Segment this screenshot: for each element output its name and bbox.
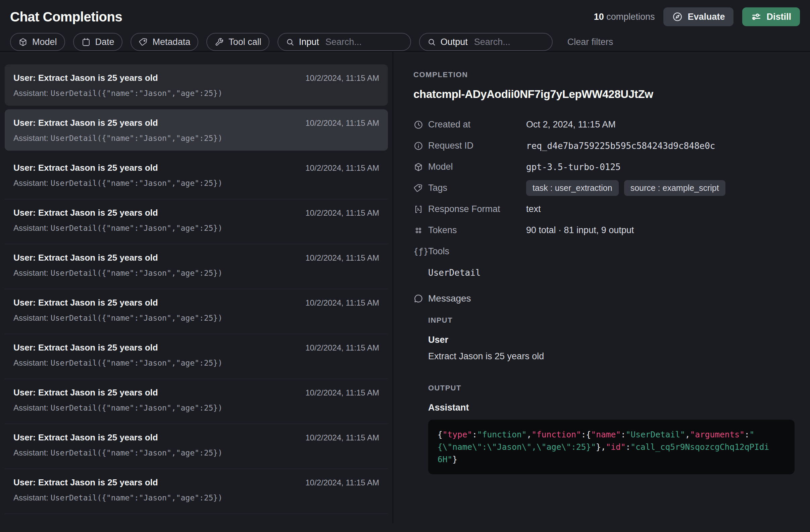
meta-row-tags: Tags task : user_extraction source : exa… — [414, 178, 795, 199]
messages-title: Messages — [428, 293, 471, 304]
row-timestamp: 10/2/2024, 11:15 AM — [305, 298, 379, 307]
input-message-text: Extract Jason is 25 years old — [428, 351, 795, 362]
row-user-text: User: Extract Jason is 25 years old — [13, 298, 158, 308]
row-user-text: User: Extract Jason is 25 years old — [13, 432, 158, 443]
messages-section: Messages INPUT User Extract Jason is 25 … — [414, 293, 795, 474]
filter-date[interactable]: Date — [73, 33, 123, 51]
completion-list-item[interactable]: User: Extract Jason is 25 years old 10/2… — [0, 469, 393, 514]
calendar-icon — [81, 37, 91, 47]
row-user-text: User: Extract Jason is 25 years old — [13, 163, 158, 173]
output-search-field[interactable]: Output Search... — [419, 33, 553, 51]
cube-icon — [414, 162, 428, 172]
row-assistant-text: Assistant: UserDetail({"name":"Jason","a… — [13, 223, 379, 233]
created-at-value: Oct 2, 2024, 11:15 AM — [526, 119, 616, 130]
input-section-label: INPUT — [428, 316, 795, 325]
row-assistant-text: Assistant: UserDetail({"name":"Jason","a… — [13, 179, 379, 188]
tags-list: task : user_extraction source : example_… — [526, 180, 726, 196]
meta-row-response-format: Response Format text — [414, 199, 795, 220]
dots-grid-icon — [414, 226, 428, 235]
tool-call-json: {"type":"function","function":{"name":"U… — [428, 420, 795, 474]
output-section-label: OUTPUT — [428, 384, 795, 393]
chat-bubble-icon — [414, 294, 428, 303]
input-search-placeholder: Search... — [325, 37, 362, 47]
row-timestamp: 10/2/2024, 11:15 AM — [305, 433, 379, 443]
wrench-icon — [214, 37, 224, 47]
meta-label: Tools — [428, 246, 526, 256]
input-search-field[interactable]: Input Search... — [277, 33, 411, 51]
row-assistant-text: Assistant: UserDetail({"name":"Jason","a… — [13, 403, 379, 413]
meta-row-tokens: Tokens 90 total · 81 input, 9 output — [414, 220, 795, 241]
completions-list: User: Extract Jason is 25 years old 10/2… — [0, 52, 393, 523]
completion-list-item[interactable]: User: Extract Jason is 25 years old 10/2… — [0, 244, 393, 289]
meta-label: Request ID — [428, 140, 526, 151]
brackets-icon — [414, 204, 428, 214]
row-user-text: User: Extract Jason is 25 years old — [13, 207, 158, 218]
tag-icon — [139, 37, 148, 47]
row-timestamp: 10/2/2024, 11:15 AM — [305, 478, 379, 487]
completion-list-item[interactable]: User: Extract Jason is 25 years old 10/2… — [5, 109, 388, 151]
completion-detail-panel: COMPLETION chatcmpl-ADyAodii0NF7ig7yLepW… — [393, 52, 810, 523]
completion-list-item[interactable]: User: Extract Jason is 25 years old 10/2… — [0, 289, 393, 334]
filter-model-label: Model — [32, 37, 57, 47]
completion-list-item[interactable]: User: Extract Jason is 25 years old 10/2… — [0, 334, 393, 379]
row-assistant-text: Assistant: UserDetail({"name":"Jason","a… — [13, 313, 379, 323]
meta-row-model: Model gpt-3.5-turbo-0125 — [414, 156, 795, 178]
completion-list-item[interactable]: User: Extract Jason is 25 years old 10/2… — [0, 379, 393, 424]
evaluate-button-label: Evaluate — [687, 12, 725, 22]
completion-list-item[interactable]: User: Extract Jason is 25 years old 10/2… — [0, 154, 393, 199]
filter-model[interactable]: Model — [10, 33, 65, 51]
braces-fn-icon: {ƒ} — [414, 247, 428, 256]
filter-metadata-label: Metadata — [153, 37, 191, 47]
response-format-value: text — [526, 204, 541, 214]
completion-meta: Created at Oct 2, 2024, 11:15 AM Request… — [414, 114, 795, 283]
completion-list-item[interactable]: User: Extract Jason is 25 years old 10/2… — [5, 64, 388, 106]
completion-id: chatcmpl-ADyAodii0NF7ig7yLepWW428UJtZw — [414, 88, 795, 101]
input-role: User — [428, 335, 795, 345]
model-value: gpt-3.5-turbo-0125 — [526, 162, 621, 172]
search-icon — [286, 37, 295, 47]
row-timestamp: 10/2/2024, 11:15 AM — [305, 253, 379, 263]
row-assistant-text: Assistant: UserDetail({"name":"Jason","a… — [13, 493, 379, 502]
search-icon — [427, 37, 436, 47]
meta-row-request-id: Request ID req_d4e7ba759225b595c584243d9… — [414, 135, 795, 156]
tokens-value: 90 total · 81 input, 9 output — [526, 225, 634, 235]
row-user-text: User: Extract Jason is 25 years old — [13, 118, 158, 128]
clock-icon — [414, 120, 428, 130]
row-user-text: User: Extract Jason is 25 years old — [13, 387, 158, 398]
filter-tool-call-label: Tool call — [228, 37, 261, 47]
meta-row-created-at: Created at Oct 2, 2024, 11:15 AM — [414, 114, 795, 135]
completions-count-value: 10 — [594, 12, 604, 22]
output-role: Assistant — [428, 402, 795, 413]
meta-label: Model — [428, 162, 526, 172]
row-timestamp: 10/2/2024, 11:15 AM — [305, 208, 379, 218]
filter-tool-call[interactable]: Tool call — [206, 33, 270, 51]
completion-list-item[interactable]: User: Extract Jason is 25 years old 10/2… — [0, 424, 393, 469]
row-timestamp: 10/2/2024, 11:15 AM — [305, 118, 379, 128]
row-assistant-text: Assistant: UserDetail({"name":"Jason","a… — [13, 358, 379, 368]
tool-name: UserDetail — [428, 262, 795, 283]
row-user-text: User: Extract Jason is 25 years old — [13, 253, 158, 263]
filter-bar: Model Date Metadata Tool call Input Sear… — [10, 33, 800, 51]
distill-button[interactable]: Distill — [742, 7, 800, 26]
input-search-label: Input — [299, 37, 319, 47]
row-assistant-text: Assistant: UserDetail({"name":"Jason","a… — [13, 448, 379, 458]
meta-row-tools: {ƒ} Tools — [414, 241, 795, 262]
completions-count-label: completions — [606, 12, 655, 22]
filter-metadata[interactable]: Metadata — [131, 33, 199, 51]
clear-filters-button[interactable]: Clear filters — [567, 37, 613, 47]
filter-date-label: Date — [95, 37, 114, 47]
cube-icon — [18, 37, 28, 47]
output-search-placeholder: Search... — [474, 37, 511, 47]
page-title: Chat Completions — [10, 10, 122, 24]
row-assistant-text: Assistant: UserDetail({"name":"Jason","a… — [13, 88, 379, 98]
row-user-text: User: Extract Jason is 25 years old — [13, 73, 158, 83]
row-timestamp: 10/2/2024, 11:15 AM — [305, 388, 379, 398]
tag-chip-task: task : user_extraction — [526, 180, 619, 196]
compass-icon — [672, 12, 683, 22]
completion-list-item[interactable]: User: Extract Jason is 25 years old 10/2… — [0, 199, 393, 244]
evaluate-button[interactable]: Evaluate — [663, 7, 733, 26]
output-search-label: Output — [441, 37, 468, 47]
header: Chat Completions 10 completions Evaluate… — [0, 0, 810, 51]
meta-label: Tokens — [428, 225, 526, 235]
meta-label: Tags — [428, 183, 526, 193]
